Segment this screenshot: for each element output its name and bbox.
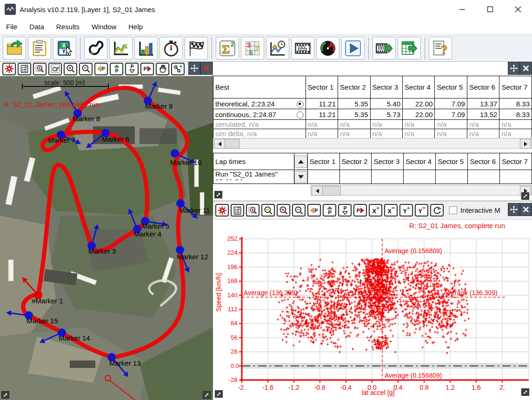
hand-button[interactable] — [156, 63, 169, 75]
main-toolbar — [0, 34, 532, 62]
close-panel-button[interactable] — [520, 62, 532, 75]
undo-button[interactable] — [430, 204, 444, 216]
bar-chart-button[interactable] — [134, 37, 158, 59]
interactive-checkbox[interactable] — [449, 206, 457, 214]
minimize-button[interactable] — [448, 0, 476, 19]
add-node-button[interactable] — [171, 63, 185, 75]
xy-measure-button[interactable] — [53, 37, 76, 59]
menu-file[interactable]: File — [0, 20, 23, 33]
p-next-button[interactable] — [353, 204, 367, 216]
marker-label: #Marker 1 — [32, 297, 63, 305]
best-table-title: Best — [213, 76, 306, 98]
help-button[interactable] — [429, 37, 452, 59]
resize-grip-icon[interactable] — [521, 192, 529, 200]
sector-value: 8.33 — [499, 109, 532, 120]
x-tick-label: -1.6 — [258, 384, 278, 391]
video-button[interactable] — [291, 37, 314, 59]
scroll-thumb[interactable] — [225, 139, 239, 149]
p-prev-button[interactable] — [307, 204, 321, 216]
row-label[interactable]: theoretical, 2:23.24 — [213, 98, 306, 109]
line-graph-button[interactable] — [109, 37, 133, 59]
menu-window[interactable]: Window — [86, 20, 122, 33]
run-row-label[interactable]: Run "S2_01 James"10-11-24 — [213, 170, 294, 184]
close-button[interactable] — [504, 0, 532, 19]
open-file-button[interactable] — [3, 37, 26, 59]
track-button[interactable] — [84, 37, 107, 59]
res-grip-icon[interactable] — [1, 391, 9, 399]
scatter-points[interactable] — [242, 239, 529, 380]
gauge-icon — [319, 39, 337, 57]
p-up-button[interactable] — [110, 63, 123, 75]
close-panel-button[interactable] — [520, 203, 532, 216]
horizontal-scrollbar[interactable] — [311, 185, 532, 196]
lap-scroll-down-button[interactable] — [294, 171, 307, 183]
y-tick-label: 0.0 — [218, 362, 239, 369]
move-panel-button[interactable] — [508, 203, 520, 216]
table-export-button[interactable] — [398, 37, 421, 59]
radio-unselected[interactable] — [297, 111, 304, 118]
scatter-chart-panel: Interactive M R: S2_01 James, complete r… — [213, 201, 532, 400]
p-up-button[interactable] — [323, 204, 336, 216]
p-down-icon — [127, 64, 137, 73]
resize-grip-icon[interactable] — [214, 191, 222, 198]
play-button[interactable] — [341, 37, 365, 59]
sigma-button[interactable] — [216, 37, 239, 59]
p-prev-button[interactable] — [94, 63, 108, 75]
y-plus-button[interactable] — [399, 204, 413, 216]
options-button[interactable] — [231, 204, 244, 216]
flag-button[interactable] — [185, 37, 208, 59]
move-panel-button[interactable] — [508, 62, 520, 75]
row-label[interactable]: continuous, 2:24.87 — [213, 109, 306, 120]
menu-data[interactable]: Data — [23, 20, 50, 33]
zoom-region-button[interactable] — [246, 204, 259, 216]
zoom-in-button[interactable] — [64, 63, 77, 75]
zoom-r-button[interactable] — [261, 204, 275, 216]
zoom-out-icon — [81, 64, 91, 73]
track-edit-button[interactable] — [48, 63, 62, 75]
stopwatch-button[interactable] — [160, 37, 183, 59]
zoom-region-icon — [35, 64, 45, 73]
video-export-button[interactable] — [372, 37, 396, 59]
scroll-thumb[interactable] — [322, 186, 341, 196]
resize-grip-icon[interactable] — [203, 391, 211, 399]
x-minus-button[interactable] — [384, 204, 398, 216]
menu-results[interactable]: Results — [50, 20, 86, 33]
report-button[interactable] — [28, 37, 51, 59]
column-header: Sector 5 — [436, 153, 468, 170]
resize-grip-icon[interactable] — [215, 390, 223, 398]
interactive-checkbox-label: Interactive M — [460, 206, 500, 214]
gear-button[interactable] — [2, 63, 16, 75]
row-label[interactable]: simulated, n/a — [213, 120, 306, 129]
lap-scroll-up-button[interactable] — [294, 156, 307, 168]
gauge-button[interactable] — [316, 37, 339, 59]
zoom-in-button[interactable] — [277, 204, 290, 216]
track-map[interactable]: #Marker 1Marker 3Marker 4Marker 5Marker … — [0, 76, 213, 400]
close-panel-button[interactable] — [200, 62, 213, 75]
menu-help[interactable]: Help — [122, 20, 149, 33]
row-label[interactable]: sim delta, n/a — [213, 129, 306, 138]
scroll-left-button[interactable] — [214, 139, 225, 149]
options-button[interactable] — [18, 63, 31, 75]
zoom-out-button[interactable] — [79, 63, 93, 75]
x-plus-button[interactable] — [369, 204, 382, 216]
zoom-out-button[interactable] — [292, 204, 306, 216]
p-next-button[interactable] — [140, 63, 154, 75]
gear-button[interactable] — [215, 204, 229, 216]
time-graph-button[interactable] — [266, 37, 289, 59]
scroll-left-button[interactable] — [312, 186, 323, 196]
help-icon — [432, 39, 449, 57]
sector-value: 5.40 — [370, 98, 402, 109]
zoom-region-button[interactable] — [33, 63, 47, 75]
num-grid-button[interactable] — [241, 37, 264, 59]
scroll-right-button[interactable] — [520, 139, 531, 149]
maximize-button[interactable] — [476, 0, 504, 19]
sector-value: n/a — [467, 120, 499, 129]
p-down-button[interactable] — [338, 204, 352, 216]
column-header: Sector 1 — [307, 153, 339, 170]
resize-grip-icon[interactable] — [521, 388, 529, 396]
radio-selected[interactable] — [297, 101, 304, 108]
p-down-button[interactable] — [125, 63, 139, 75]
horizontal-scrollbar[interactable] — [213, 138, 532, 149]
y-minus-button[interactable] — [415, 204, 428, 216]
move-panel-button[interactable] — [188, 62, 200, 75]
